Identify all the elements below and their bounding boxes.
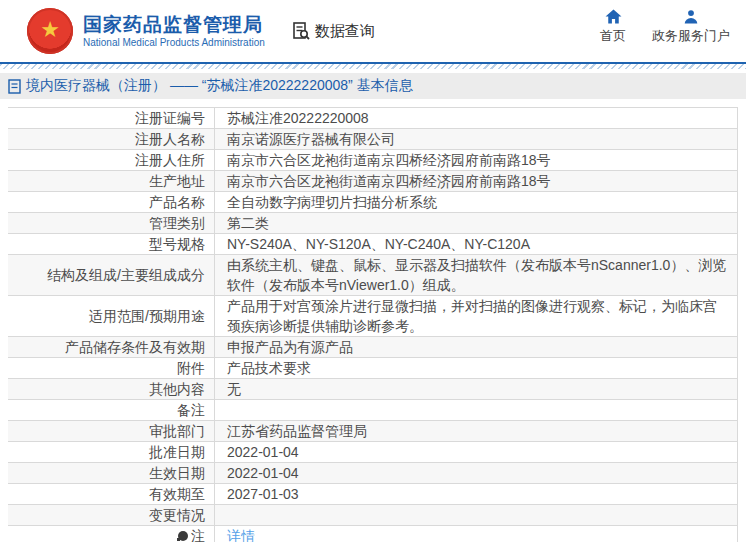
row-value: 南京市六合区龙袍街道南京四桥经济园府前南路18号: [215, 150, 738, 170]
row-value: 2027-01-03: [215, 484, 738, 504]
row-label: 生效日期: [8, 463, 215, 483]
row-value: 南京诺源医疗器械有限公司: [215, 129, 738, 149]
row-label: 附件: [8, 358, 215, 378]
nav-gov-portal[interactable]: 政务服务门户: [652, 9, 730, 45]
row-label: 备注: [8, 400, 215, 420]
nav-home[interactable]: 首页: [600, 9, 626, 45]
row-label: 产品储存条件及有效期: [8, 337, 215, 357]
star-icon: ★: [40, 19, 60, 41]
row-label: 批准日期: [8, 442, 215, 462]
row-value: 苏械注准20222220008: [215, 108, 738, 128]
row-value: 申报产品为有源产品: [215, 337, 738, 357]
table-row: 型号规格 NY-S240A、NY-S120A、NY-C240A、NY-C120A: [8, 234, 738, 255]
table-row: 结构及组成/主要组成成分 由系统主机、键盘、鼠标、显示器及扫描软件（发布版本号n…: [8, 255, 738, 296]
row-label: 管理类别: [8, 213, 215, 233]
home-icon: [605, 9, 622, 24]
row-label: 注: [8, 526, 215, 542]
table-row: 变更情况: [8, 505, 738, 526]
nav-home-label: 首页: [600, 27, 626, 45]
table-row: 备注: [8, 400, 738, 421]
row-value: [215, 505, 738, 525]
breadcrumb: 境内医疗器械（注册） —— “苏械注准20222220008” 基本信息: [0, 73, 746, 99]
table-row: 生产地址 南京市六合区龙袍街道南京四桥经济园府前南路18号: [8, 171, 738, 192]
table-row: 审批部门 江苏省药品监督管理局: [8, 421, 738, 442]
table-row: 附件 产品技术要求: [8, 358, 738, 379]
row-value: 第二类: [215, 213, 738, 233]
row-label: 注册证编号: [8, 108, 215, 128]
row-value: 2022-01-04: [215, 463, 738, 483]
row-label: 结构及组成/主要组成成分: [8, 255, 215, 295]
table-row: 注册人名称 南京诺源医疗器械有限公司: [8, 129, 738, 150]
row-label: 生产地址: [8, 171, 215, 191]
table-row: 有效期至 2027-01-03: [8, 484, 738, 505]
brand-block: 国家药品监督管理局 National Medical Products Admi…: [83, 14, 265, 49]
table-row: 注册人住所 南京市六合区龙袍街道南京四桥经济园府前南路18号: [8, 150, 738, 171]
table-row: 管理类别 第二类: [8, 213, 738, 234]
table-row: 生效日期 2022-01-04: [8, 463, 738, 484]
row-label: 适用范围/预期用途: [8, 296, 215, 336]
data-query-label: 数据查询: [315, 22, 375, 41]
row-value: 无: [215, 379, 738, 399]
row-label-text: 注: [191, 526, 205, 542]
site-title: 国家药品监督管理局: [83, 14, 265, 36]
note-icon: [178, 531, 188, 541]
document-search-icon: [291, 21, 311, 41]
document-icon: [8, 79, 21, 94]
header-nav: 首页 政务服务门户: [600, 9, 730, 45]
row-value: [215, 400, 738, 420]
row-value: 2022-01-04: [215, 442, 738, 462]
table-row: 批准日期 2022-01-04: [8, 442, 738, 463]
row-value: 全自动数字病理切片扫描分析系统: [215, 192, 738, 212]
row-label: 产品名称: [8, 192, 215, 212]
table-row: 产品名称 全自动数字病理切片扫描分析系统: [8, 192, 738, 213]
row-value: 产品用于对宫颈涂片进行显微扫描，并对扫描的图像进行观察、标记，为临床宫颈疾病诊断…: [215, 296, 738, 336]
row-label: 注册人名称: [8, 129, 215, 149]
row-label: 其他内容: [8, 379, 215, 399]
registration-info-table: 注册证编号 苏械注准20222220008 注册人名称 南京诺源医疗器械有限公司…: [8, 107, 738, 542]
row-label: 注册人住所: [8, 150, 215, 170]
data-query-menu[interactable]: 数据查询: [291, 21, 375, 41]
row-value: NY-S240A、NY-S120A、NY-C240A、NY-C120A: [215, 234, 738, 254]
row-value: 江苏省药品监督管理局: [215, 421, 738, 441]
site-subtitle: National Medical Products Administration: [83, 37, 265, 48]
row-label: 变更情况: [8, 505, 215, 525]
row-value: 由系统主机、键盘、鼠标、显示器及扫描软件（发布版本号nScanner1.0）、浏…: [215, 255, 738, 295]
site-header: ★ 国家药品监督管理局 National Medical Products Ad…: [0, 0, 746, 62]
table-row: 注 详情: [8, 526, 738, 542]
table-row: 其他内容 无: [8, 379, 738, 400]
breadcrumb-text: 境内医疗器械（注册） —— “苏械注准20222220008” 基本信息: [26, 77, 413, 95]
row-label: 审批部门: [8, 421, 215, 441]
row-value: 详情: [215, 526, 738, 542]
row-value: 南京市六合区龙袍街道南京四桥经济园府前南路18号: [215, 171, 738, 191]
nav-portal-label: 政务服务门户: [652, 27, 730, 45]
national-emblem-logo: ★: [27, 8, 73, 54]
table-row: 适用范围/预期用途 产品用于对宫颈涂片进行显微扫描，并对扫描的图像进行观察、标记…: [8, 296, 738, 337]
row-label: 有效期至: [8, 484, 215, 504]
row-label: 型号规格: [8, 234, 215, 254]
user-icon: [683, 9, 699, 24]
row-value: 产品技术要求: [215, 358, 738, 378]
header-divider: [0, 62, 746, 69]
table-row: 产品储存条件及有效期 申报产品为有源产品: [8, 337, 738, 358]
table-row: 注册证编号 苏械注准20222220008: [8, 107, 738, 129]
detail-link[interactable]: 详情: [227, 526, 255, 542]
